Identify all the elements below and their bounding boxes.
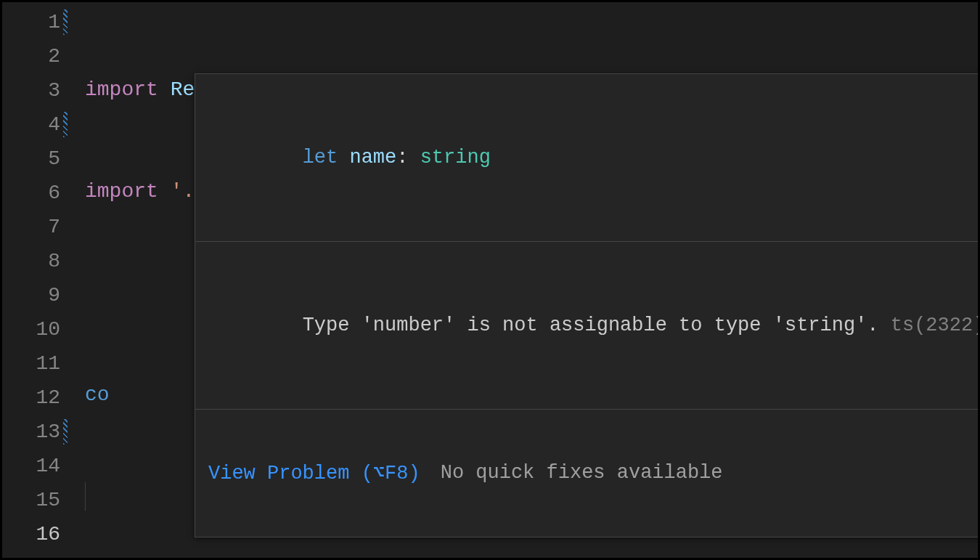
- line-number: 12: [2, 381, 60, 415]
- no-fixes-text: No quick fixes available: [441, 462, 723, 484]
- line-number: 7: [2, 210, 60, 244]
- view-problem-link[interactable]: View Problem (⌥F8): [208, 460, 420, 484]
- line-number: 1: [2, 5, 60, 39]
- line-number: 8: [2, 244, 60, 278]
- hover-actions: View Problem (⌥F8) No quick fixes availa…: [195, 453, 980, 493]
- line-number: 11: [2, 346, 60, 381]
- line-number: 9: [2, 278, 60, 312]
- line-number: 13: [2, 415, 60, 449]
- line-number: 6: [2, 176, 60, 210]
- line-number: 15: [2, 483, 60, 517]
- code-editor[interactable]: 1 2 3 4 5 6 7 8 9 10 11 12 13 14 15 16 i…: [2, 2, 978, 558]
- line-number: 3: [2, 73, 60, 107]
- line-number: 5: [2, 142, 60, 176]
- line-number: 14: [2, 449, 60, 483]
- line-number: 4: [2, 107, 60, 142]
- line-number-gutter: 1 2 3 4 5 6 7 8 9 10 11 12 13 14 15 16: [2, 2, 68, 558]
- code-area[interactable]: import React from 'react'; import './App…: [68, 2, 978, 558]
- line-number: 16: [2, 517, 60, 551]
- line-number: 2: [2, 39, 60, 73]
- divider: [195, 409, 980, 410]
- line-number: 10: [2, 312, 60, 346]
- hover-tooltip[interactable]: let name: string Type 'number' is not as…: [195, 73, 980, 537]
- hover-message: Type 'number' is not assignable to type …: [195, 285, 980, 365]
- divider: [195, 241, 980, 242]
- hover-signature: let name: string: [195, 118, 980, 198]
